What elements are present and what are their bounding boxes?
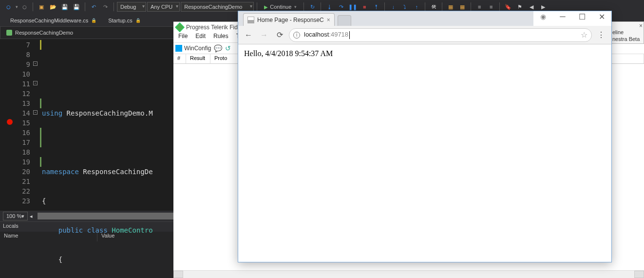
url-text: localhost:49718 <box>304 31 577 39</box>
chrome-menu-icon[interactable]: ⋮ <box>595 29 607 41</box>
dropdown-icon[interactable]: ▾ <box>16 4 18 9</box>
zoom-dropdown[interactable]: 100 % ▾ <box>3 212 28 220</box>
chrome-window: Home Page - ResponseC × ◉ ─ ☐ ✕ ← → ⟳ i … <box>238 11 612 262</box>
nav-fwd-icon[interactable]: ◯ <box>19 1 30 12</box>
fiddler-title-text: Progress Telerik Fid <box>186 24 238 31</box>
fold-icon[interactable]: - <box>33 81 38 85</box>
chrome-tab-title: Home Page - ResponseC <box>257 17 324 23</box>
page-content: Hello, 4/4/2018 9:54:37 AM <box>238 44 611 262</box>
winconfig-button[interactable]: WinConfig <box>175 45 211 52</box>
close-icon[interactable]: ✕ <box>592 11 611 22</box>
comment-icon[interactable]: 💬 <box>214 44 222 52</box>
save-all-icon[interactable]: 💾 <box>71 1 82 12</box>
fold-icon[interactable]: - <box>33 61 38 66</box>
scroll-left-icon[interactable]: ◂ <box>30 213 33 219</box>
col-hash[interactable]: # <box>173 54 186 63</box>
tab-responsecachingmiddleware[interactable]: ResponseCachingMiddleware.cs🔒 <box>5 15 102 26</box>
side-row1[interactable]: eline <box>610 29 644 36</box>
bookmark-star-icon[interactable]: ☆ <box>581 30 587 40</box>
platform-dropdown[interactable]: Any CPU <box>147 2 180 12</box>
menu-file[interactable]: File <box>175 33 190 42</box>
menu-edit[interactable]: Edit <box>192 33 208 42</box>
profile-icon[interactable]: ◉ <box>533 11 553 22</box>
lock-icon: 🔒 <box>91 18 96 23</box>
redo-icon[interactable]: ↷ <box>100 1 111 12</box>
forward-button: → <box>258 29 270 41</box>
breakpoint-icon[interactable] <box>7 119 13 125</box>
maximize-icon[interactable]: ☐ <box>572 11 592 22</box>
fiddler-h-scrollbar[interactable] <box>173 270 644 278</box>
tab-startup[interactable]: Startup.cs🔒 <box>103 15 146 26</box>
minimize-icon[interactable]: ─ <box>553 11 572 22</box>
fiddler-icon <box>175 22 185 32</box>
nav-back-icon[interactable]: ◯ <box>3 1 14 12</box>
chrome-toolbar: ← → ⟳ i localhost:49718 ☆ ⋮ <box>238 26 611 44</box>
project-nav-dropdown[interactable]: ResponseCachingDemo <box>2 28 77 38</box>
menu-rules[interactable]: Rules <box>210 33 231 42</box>
chrome-titlebar[interactable]: Home Page - ResponseC × ◉ ─ ☐ ✕ <box>238 11 611 26</box>
replay-icon[interactable]: ↺ <box>225 44 231 52</box>
line-number-gutter: 7 8 9 10 11 12 13 14 15 16 17 18 19 20 2… <box>0 39 42 211</box>
side-row2[interactable]: nestra Beta <box>610 36 644 42</box>
back-button[interactable]: ← <box>242 29 255 41</box>
side-panel: × eline nestra Beta <box>610 21 644 44</box>
new-tab-button[interactable] <box>338 15 351 26</box>
startup-project-dropdown[interactable]: ResponseCachingDemo <box>181 2 254 12</box>
save-icon[interactable]: 💾 <box>59 1 70 12</box>
address-bar[interactable]: i localhost:49718 ☆ <box>289 28 592 42</box>
new-icon[interactable]: ▣ <box>36 1 47 12</box>
hello-text: Hello, 4/4/2018 9:54:37 AM <box>244 49 333 58</box>
chrome-tab[interactable]: Home Page - ResponseC × <box>243 13 335 26</box>
open-icon[interactable]: 📂 <box>48 1 58 12</box>
close-icon[interactable]: × <box>639 22 643 29</box>
lock-icon: 🔒 <box>135 18 141 23</box>
site-info-icon[interactable]: i <box>293 32 300 39</box>
fold-icon[interactable]: - <box>33 110 38 115</box>
reload-button[interactable]: ⟳ <box>273 29 286 41</box>
close-tab-icon[interactable]: × <box>327 17 330 23</box>
favicon-icon <box>247 17 254 23</box>
undo-icon[interactable]: ↶ <box>88 1 99 12</box>
col-result[interactable]: Result <box>186 54 210 63</box>
config-dropdown[interactable]: Debug <box>117 2 146 12</box>
